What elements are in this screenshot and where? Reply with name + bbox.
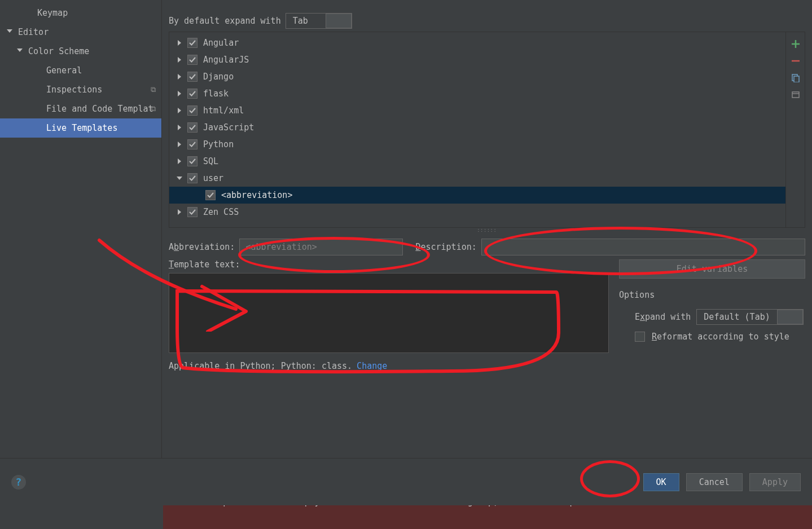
tree-item[interactable]: <abbreviation> (169, 187, 785, 204)
svg-rect-2 (792, 92, 799, 98)
tree-group-javascript[interactable]: JavaScript (169, 119, 785, 136)
chevron-right-icon[interactable] (175, 108, 184, 113)
tree-item-label: AngularJS (203, 55, 249, 65)
chevron-right-icon[interactable] (175, 74, 184, 80)
checkbox[interactable] (187, 122, 197, 133)
sidebar-item-editor[interactable]: Editor (0, 23, 161, 42)
expand-default-combo[interactable]: Tab (286, 13, 352, 29)
sidebar-item-general[interactable]: General (0, 61, 161, 80)
tree-item-label: JavaScript (203, 122, 254, 133)
tree-item-label: SQL (203, 156, 218, 166)
chevron-down-icon (17, 47, 25, 55)
tree-group-angularjs[interactable]: AngularJS (169, 51, 785, 68)
checkbox[interactable] (187, 105, 197, 116)
templates-tree[interactable]: AngularAngularJSDjangoflaskhtml/xmlJavaS… (169, 32, 786, 228)
tree-group-html-xml[interactable]: html/xml (169, 102, 785, 119)
settings-sidebar: KeymapEditorColor SchemeGeneralInspectio… (0, 0, 162, 458)
help-icon[interactable]: ? (11, 475, 26, 490)
copy-icon: ⧉ (151, 85, 156, 94)
cancel-button[interactable]: Cancel (686, 473, 743, 491)
duplicate-icon[interactable] (791, 73, 801, 83)
chevron-right-icon[interactable] (175, 158, 184, 164)
tree-group-python[interactable]: Python (169, 136, 785, 153)
tree-item-label: Angular (203, 38, 239, 48)
description-input[interactable] (481, 239, 805, 255)
sidebar-item-label: Live Templates (46, 123, 117, 133)
change-context-link[interactable]: Change (357, 361, 387, 371)
checkbox[interactable] (187, 55, 197, 65)
sidebar-item-color-scheme[interactable]: Color Scheme (0, 42, 161, 61)
chevron-right-icon[interactable] (175, 91, 184, 96)
description-label: Description: (415, 242, 476, 252)
tree-item-label: flask (203, 89, 229, 99)
chevron-down-icon (7, 28, 15, 36)
copy-icon: ⧉ (151, 104, 156, 113)
checkbox[interactable] (187, 72, 197, 82)
remove-icon[interactable] (791, 56, 801, 66)
tree-item-label: html/xml (203, 105, 244, 116)
tree-item-label: user (203, 173, 223, 183)
abbreviation-label: Abbreviation: (169, 242, 235, 252)
sidebar-item-inspections[interactable]: Inspections⧉ (0, 80, 161, 99)
options-title: Options (619, 290, 805, 300)
chevron-right-icon[interactable] (175, 40, 184, 46)
checkbox[interactable] (187, 139, 197, 149)
chevron-right-icon[interactable] (175, 142, 184, 147)
add-icon[interactable] (791, 39, 801, 49)
reformat-label: Reformat according to style (652, 332, 789, 342)
chevron-right-icon[interactable] (175, 125, 184, 130)
sidebar-item-label: General (46, 65, 82, 76)
tree-item-label: Django (203, 72, 234, 82)
checkbox[interactable] (205, 190, 216, 200)
tree-group-django[interactable]: Django (169, 68, 785, 85)
tree-group-angular[interactable]: Angular (169, 34, 785, 51)
sidebar-item-file-and-code-templat[interactable]: File and Code Templat⧉ (0, 99, 161, 118)
chevron-right-icon[interactable] (175, 57, 184, 63)
checkbox[interactable] (187, 89, 197, 99)
expand-with-label: Expand with (635, 312, 691, 322)
checkbox[interactable] (187, 156, 197, 166)
sidebar-item-label: Inspections (46, 85, 102, 95)
expand-default-label: By default expand with (169, 16, 281, 26)
checkbox[interactable] (187, 207, 197, 217)
reformat-checkbox[interactable] (635, 332, 645, 342)
chevron-down-icon[interactable] (175, 175, 184, 181)
sidebar-item-label: File and Code Templat (46, 104, 153, 114)
sidebar-item-keymap[interactable]: Keymap (0, 3, 161, 23)
template-text-label: Template text: (169, 259, 609, 270)
abbreviation-input[interactable]: <abbreviation> (239, 239, 403, 255)
sidebar-item-label: Keymap (37, 8, 68, 18)
tree-group-zen-css[interactable]: Zen CSS (169, 204, 785, 221)
checkbox[interactable] (187, 173, 197, 183)
chevron-right-icon[interactable] (175, 209, 184, 215)
edit-variables-button: Edit variables (619, 259, 805, 279)
settings-main: By default expand with Tab AngularAngula… (162, 0, 812, 458)
tree-side-toolbar (786, 32, 805, 228)
restore-icon[interactable] (791, 90, 801, 100)
ok-button[interactable]: OK (643, 473, 679, 491)
tree-item-label: Python (203, 139, 234, 149)
template-text-editor[interactable] (169, 273, 609, 353)
apply-button[interactable]: Apply (749, 473, 801, 491)
checkbox[interactable] (187, 38, 197, 48)
sidebar-item-label: Color Scheme (28, 46, 89, 56)
tree-item-label: <abbreviation> (221, 190, 292, 200)
tree-group-flask[interactable]: flask (169, 85, 785, 102)
sidebar-item-label: Editor (18, 27, 49, 37)
tree-group-sql[interactable]: SQL (169, 153, 785, 170)
applicable-context: Applicable in Python; Python: class. (169, 361, 352, 371)
tree-item-label: Zen CSS (203, 207, 239, 217)
sidebar-item-live-templates[interactable]: Live Templates (0, 118, 161, 138)
tree-group-user[interactable]: user (169, 170, 785, 187)
expand-with-combo[interactable]: Default (Tab) (696, 309, 803, 325)
dialog-footer: ? OK Cancel Apply (0, 458, 812, 505)
svg-rect-1 (794, 76, 799, 82)
